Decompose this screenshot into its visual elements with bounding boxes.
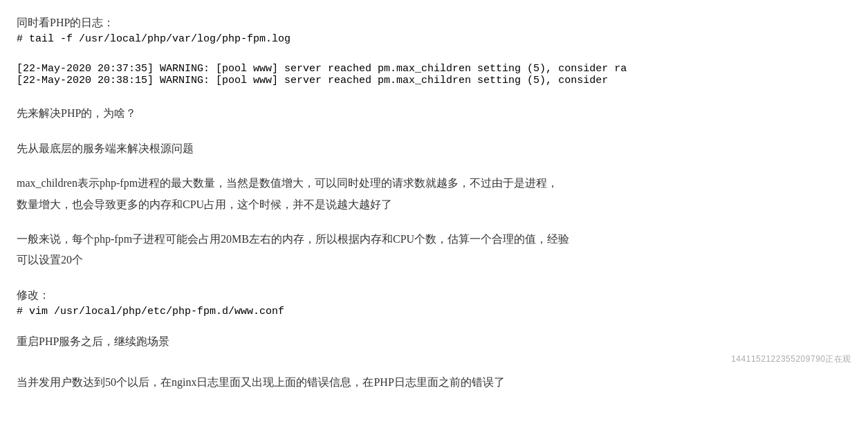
log-section: [22-May-2020 20:37:35] WARNING: [pool ww… (17, 63, 851, 86)
spacer1 (17, 49, 851, 53)
spacer8 (17, 357, 851, 367)
watermark: 1441152122355209790正在观 (731, 353, 851, 365)
modify-section: 修改： # vim /usr/local/php/etc/php-fpm.d/w… (17, 285, 851, 317)
log-line1: [22-May-2020 20:37:35] WARNING: [pool ww… (17, 63, 851, 75)
explanation1: max_children表示php-fpm进程的最大数量，当然是数值增大，可以同… (17, 173, 851, 194)
question-section: 先来解决PHP的，为啥？ (17, 103, 851, 124)
intro-label: 同时看PHP的日志： (17, 12, 851, 33)
bottom-text-section: 当并发用户数达到50个以后，在nginx日志里面又出现上面的错误信息，在PHP日… (17, 372, 851, 393)
explanation-section1: max_children表示php-fpm进程的最大数量，当然是数值增大，可以同… (17, 173, 851, 215)
intro-section: 同时看PHP的日志： # tail -f /usr/local/php/var/… (17, 12, 851, 45)
explanation4: 可以设置20个 (17, 250, 851, 270)
command-vim: # vim /usr/local/php/etc/php-fpm.d/www.c… (17, 306, 851, 317)
explanation-section2: 一般来说，每个php-fpm子进程可能会占用20MB左右的内存，所以根据内存和C… (17, 229, 851, 271)
spacer4 (17, 163, 851, 173)
spacer6 (17, 275, 851, 285)
answer1: 先从最底层的服务端来解决根源问题 (17, 138, 851, 159)
question1: 先来解决PHP的，为啥？ (17, 103, 851, 124)
explanation3: 一般来说，每个php-fpm子进程可能会占用20MB左右的内存，所以根据内存和C… (17, 229, 851, 250)
explanation2: 数量增大，也会导致更多的内存和CPU占用，这个时候，并不是说越大越好了 (17, 194, 851, 215)
spacer3 (17, 129, 851, 138)
restart-section: 重启PHP服务之后，继续跑场景 (17, 331, 851, 352)
answer-section: 先从最底层的服务端来解决根源问题 (17, 138, 851, 159)
spacer2 (17, 91, 851, 103)
page-container: 同时看PHP的日志： # tail -f /usr/local/php/var/… (0, 0, 868, 409)
bottom-text: 当并发用户数达到50个以后，在nginx日志里面又出现上面的错误信息，在PHP日… (17, 372, 851, 393)
spacer7 (17, 322, 851, 331)
restart-note: 重启PHP服务之后，继续跑场景 (17, 331, 851, 352)
command-tail: # tail -f /usr/local/php/var/log/php-fpm… (17, 33, 851, 45)
spacer9 (17, 367, 851, 372)
spacer5 (17, 219, 851, 229)
modify-label: 修改： (17, 285, 851, 306)
log-line2: [22-May-2020 20:38:15] WARNING: [pool ww… (17, 75, 851, 86)
